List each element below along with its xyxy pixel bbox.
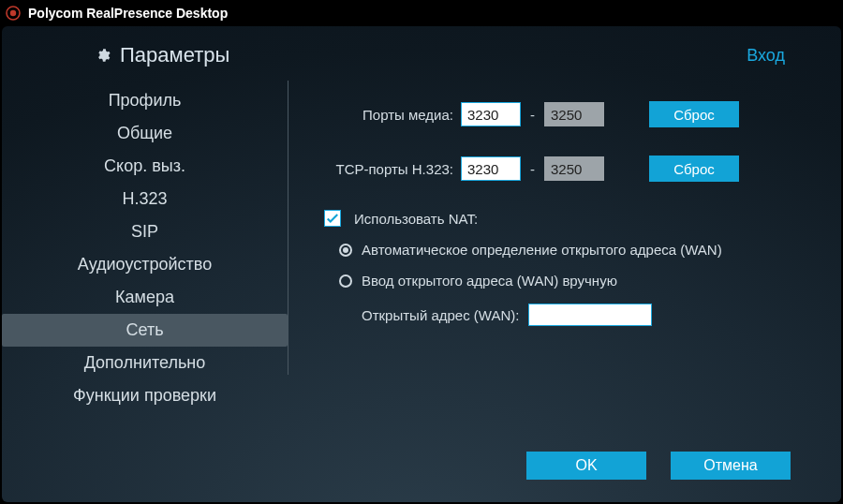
tcp-port-from-input[interactable] bbox=[461, 156, 521, 181]
sidebar-item-general[interactable]: Общие bbox=[2, 117, 288, 150]
sidebar-item-audio[interactable]: Аудиоустройство bbox=[2, 248, 288, 281]
media-ports-row: Порты медиа: - Сброс bbox=[322, 101, 794, 127]
content-panel: Порты медиа: - Сброс TCP-порты H.323: - … bbox=[288, 81, 804, 412]
media-ports-reset-button[interactable]: Сброс bbox=[649, 101, 739, 127]
login-link[interactable]: Вход bbox=[747, 46, 785, 66]
app-logo-icon bbox=[6, 6, 21, 21]
tcp-port-to-input bbox=[544, 156, 604, 181]
titlebar: Polycom RealPresence Desktop bbox=[0, 0, 843, 26]
media-port-from-input[interactable] bbox=[461, 102, 521, 126]
sidebar-item-label: Функции проверки bbox=[73, 386, 216, 406]
footer: OK Отмена bbox=[526, 452, 791, 480]
checkmark-icon bbox=[326, 212, 339, 225]
main-window: Параметры Вход Профиль Общие Скор. выз. … bbox=[2, 26, 841, 502]
tcp-ports-label: TCP-порты H.323: bbox=[322, 161, 453, 177]
sidebar-item-camera[interactable]: Камера bbox=[2, 281, 288, 314]
tcp-ports-row: TCP-порты H.323: - Сброс bbox=[322, 156, 794, 182]
nat-auto-radio[interactable] bbox=[339, 244, 352, 257]
header: Параметры Вход bbox=[2, 26, 841, 81]
sidebar-item-label: Камера bbox=[115, 288, 174, 307]
sidebar-item-label: Сеть bbox=[126, 320, 163, 340]
sidebar-item-h323[interactable]: H.323 bbox=[2, 183, 288, 215]
app-title: Polycom RealPresence Desktop bbox=[28, 6, 228, 21]
ok-button[interactable]: OK bbox=[526, 452, 646, 480]
sidebar-item-label: Профиль bbox=[109, 91, 182, 111]
sidebar-item-advanced[interactable]: Дополнительно bbox=[2, 347, 288, 379]
use-nat-checkbox[interactable] bbox=[324, 210, 341, 227]
dash: - bbox=[528, 161, 537, 177]
sidebar-item-label: Общие bbox=[117, 124, 172, 143]
sidebar-item-network[interactable]: Сеть bbox=[2, 314, 288, 347]
use-nat-label: Использовать NAT: bbox=[354, 211, 478, 227]
sidebar-item-profile[interactable]: Профиль bbox=[2, 84, 288, 117]
header-left: Параметры bbox=[96, 43, 229, 67]
nat-manual-row: Ввод открытого адреса (WAN) вручную bbox=[339, 273, 794, 289]
sidebar-item-calls[interactable]: Скор. выз. bbox=[2, 150, 288, 183]
sidebar-item-sip[interactable]: SIP bbox=[2, 215, 288, 248]
nat-manual-label: Ввод открытого адреса (WAN) вручную bbox=[362, 273, 617, 289]
nat-manual-radio[interactable] bbox=[339, 274, 352, 288]
sidebar-item-label: Дополнительно bbox=[84, 353, 206, 373]
tcp-ports-reset-button[interactable]: Сброс bbox=[649, 156, 739, 182]
sidebar: Профиль Общие Скор. выз. H.323 SIP Аудио… bbox=[2, 81, 288, 412]
svg-point-1 bbox=[10, 10, 16, 16]
gear-icon bbox=[96, 48, 111, 63]
page-title: Параметры bbox=[120, 43, 229, 67]
dash: - bbox=[528, 107, 537, 123]
sidebar-item-label: Скор. выз. bbox=[104, 156, 185, 176]
cancel-button[interactable]: Отмена bbox=[671, 452, 791, 480]
wan-address-label: Открытый адрес (WAN): bbox=[362, 307, 519, 323]
sidebar-item-test[interactable]: Функции проверки bbox=[2, 379, 288, 412]
sidebar-item-label: Аудиоустройство bbox=[78, 255, 212, 274]
nat-auto-label: Автоматическое определение открытого адр… bbox=[362, 242, 722, 258]
sidebar-item-label: SIP bbox=[131, 222, 158, 242]
sidebar-item-label: H.323 bbox=[122, 189, 167, 209]
wan-address-input[interactable] bbox=[528, 304, 652, 326]
use-nat-row: Использовать NAT: bbox=[324, 210, 794, 227]
media-port-to-input bbox=[544, 102, 604, 126]
wan-address-row: Открытый адрес (WAN): bbox=[362, 304, 794, 326]
nat-auto-row: Автоматическое определение открытого адр… bbox=[339, 242, 794, 258]
media-ports-label: Порты медиа: bbox=[322, 107, 453, 123]
